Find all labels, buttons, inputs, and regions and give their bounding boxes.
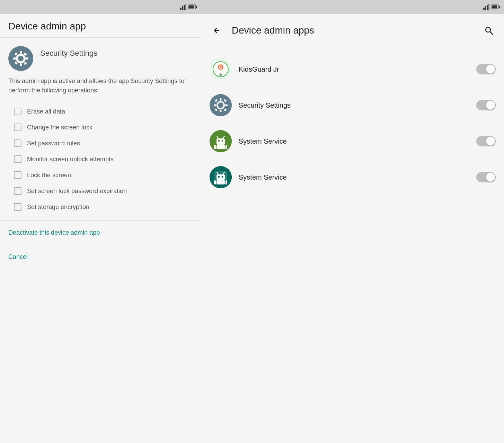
- security-settings-icon: [210, 94, 232, 116]
- checkbox-set-storage[interactable]: [14, 203, 21, 211]
- svg-rect-41: [216, 138, 225, 145]
- list-item-security-settings: Security Settings: [201, 87, 504, 123]
- svg-rect-10: [13, 57, 16, 60]
- deactivate-label: Deactivate this device admin app: [8, 229, 100, 236]
- system-service-1-toggle[interactable]: [476, 136, 496, 146]
- right-panel: Device admin apps Jr Ki: [201, 0, 504, 443]
- svg-marker-18: [487, 5, 488, 10]
- permission-label-lock-screen: Lock the screen: [27, 172, 71, 179]
- svg-rect-46: [216, 145, 225, 149]
- divider-3: [0, 269, 201, 269]
- svg-point-52: [218, 176, 220, 178]
- right-header: Device admin apps: [201, 14, 504, 47]
- svg-rect-57: [214, 180, 216, 184]
- svg-rect-47: [214, 145, 216, 149]
- permission-set-storage: Set storage encryption: [14, 199, 193, 215]
- svg-point-42: [218, 140, 220, 142]
- battery-icon-right: [492, 4, 500, 9]
- signal-icon: [180, 4, 186, 10]
- checkbox-change-screen-lock[interactable]: [14, 124, 21, 131]
- toggle-thumb-system-1: [486, 137, 495, 146]
- list-item-kidsguard: Jr KidsGuard Jr: [201, 51, 504, 87]
- app-list: Jr KidsGuard Jr: [201, 47, 504, 443]
- cancel-label: Cancel: [8, 253, 28, 260]
- permission-lock-screen: Lock the screen: [14, 167, 193, 183]
- permission-label-erase: Erase all data: [27, 108, 65, 115]
- svg-marker-3: [185, 4, 186, 10]
- status-bar-left: [0, 0, 201, 14]
- svg-marker-0: [180, 8, 182, 10]
- permission-erase-all-data: Erase all data: [14, 103, 193, 119]
- toggle-thumb-kidsguard: [486, 65, 495, 74]
- svg-rect-33: [220, 110, 222, 112]
- permission-label-set-password-rules: Set password rules: [27, 140, 80, 147]
- app-name: Security Settings: [40, 46, 97, 58]
- svg-point-7: [8, 46, 33, 71]
- system-service-green-icon: [210, 130, 232, 152]
- permission-set-password-rules: Set password rules: [14, 135, 193, 151]
- svg-rect-22: [492, 6, 497, 9]
- svg-marker-16: [483, 8, 485, 10]
- checkbox-set-password-rules[interactable]: [14, 139, 21, 147]
- svg-rect-56: [216, 180, 225, 184]
- left-panel: Device admin app Security Settings This …: [0, 0, 201, 443]
- left-header: Device admin app: [0, 14, 201, 38]
- permission-change-screen-lock: Change the screen lock: [14, 119, 193, 135]
- checkbox-monitor-unlock[interactable]: [14, 155, 21, 163]
- security-settings-toggle[interactable]: [476, 100, 496, 110]
- app-gear-icon: [8, 46, 33, 71]
- permission-label-set-expiration: Set screen lock password expiration: [27, 188, 127, 195]
- security-settings-name: Security Settings: [239, 101, 469, 109]
- system-service-1-name: System Service: [239, 137, 469, 145]
- cancel-button[interactable]: Cancel: [0, 245, 201, 269]
- svg-marker-19: [488, 4, 489, 10]
- checkbox-erase[interactable]: [14, 108, 21, 115]
- system-service-2-name: System Service: [239, 173, 469, 181]
- system-service-2-toggle[interactable]: [476, 172, 496, 182]
- kidsguard-name: KidsGuard Jr: [239, 65, 469, 73]
- svg-marker-17: [485, 6, 486, 10]
- system-service-teal-icon: [210, 166, 232, 188]
- svg-point-43: [222, 140, 223, 142]
- kidsguard-toggle[interactable]: [476, 64, 496, 74]
- svg-rect-58: [226, 180, 227, 184]
- svg-rect-9: [20, 63, 22, 66]
- svg-rect-35: [225, 105, 228, 106]
- svg-point-31: [210, 94, 232, 116]
- battery-icon: [188, 4, 197, 9]
- svg-marker-2: [184, 5, 185, 10]
- page-title: Device admin app: [8, 21, 193, 32]
- svg-line-24: [490, 31, 493, 34]
- svg-text:Jr: Jr: [219, 73, 222, 77]
- list-item-system-service-1: System Service: [201, 123, 504, 159]
- checkbox-lock-screen[interactable]: [14, 171, 21, 179]
- svg-rect-51: [216, 174, 225, 180]
- back-button[interactable]: [208, 22, 225, 39]
- svg-rect-34: [214, 105, 216, 106]
- search-button[interactable]: [480, 22, 497, 39]
- toggle-thumb-system-2: [486, 173, 495, 182]
- svg-rect-8: [20, 51, 22, 54]
- svg-rect-21: [499, 6, 500, 8]
- signal-icon-right: [483, 4, 489, 10]
- app-description: This admin app is active and allows the …: [0, 76, 201, 101]
- permission-label-change-screen-lock: Change the screen lock: [27, 124, 92, 131]
- permission-label-monitor-unlock: Monitor screen unlock attempts: [27, 156, 114, 163]
- checkbox-set-expiration[interactable]: [14, 187, 21, 195]
- permission-set-expiration: Set screen lock password expiration: [14, 183, 193, 199]
- right-page-title: Device admin apps: [232, 25, 474, 36]
- permissions-list: Erase all data Change the screen lock Se…: [0, 101, 201, 220]
- list-item-system-service-2: System Service: [201, 159, 504, 195]
- toggle-thumb-security: [486, 101, 495, 110]
- svg-rect-5: [196, 6, 197, 8]
- deactivate-button[interactable]: Deactivate this device admin app: [0, 221, 201, 245]
- svg-rect-11: [26, 57, 28, 60]
- status-bar-right: [201, 0, 504, 14]
- svg-point-53: [222, 176, 223, 178]
- permission-monitor-unlock: Monitor screen unlock attempts: [14, 151, 193, 167]
- svg-rect-32: [220, 98, 222, 101]
- search-icon: [484, 26, 494, 35]
- kidsguard-icon: Jr: [210, 58, 232, 80]
- back-arrow-icon: [212, 26, 221, 35]
- app-info-section: Security Settings: [0, 38, 201, 76]
